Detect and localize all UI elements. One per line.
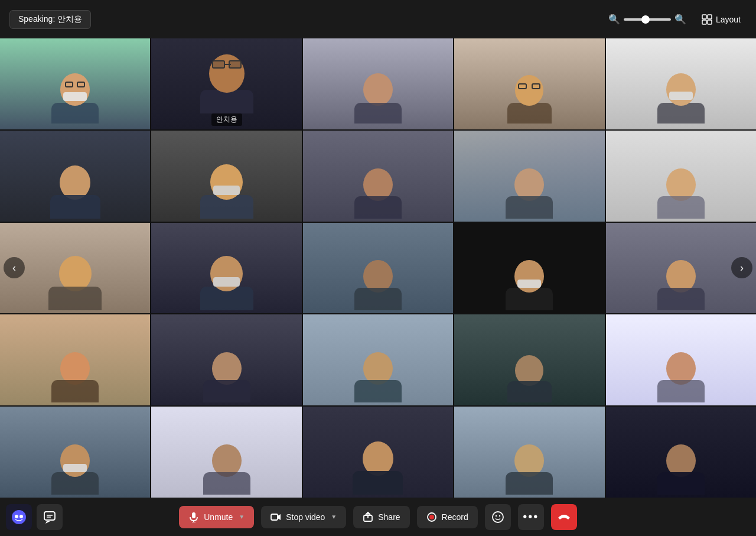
- chat-button[interactable]: [37, 504, 63, 530]
- chat-icon: [43, 511, 56, 524]
- more-dots: •••: [523, 510, 539, 524]
- video-cell-5: [0, 131, 150, 222]
- video-icon: [271, 512, 281, 522]
- record-icon: [426, 512, 437, 522]
- svg-rect-0: [702, 15, 706, 19]
- zoom-thumb: [641, 15, 650, 24]
- video-cell-12: [303, 223, 453, 314]
- video-cell-22: [303, 407, 453, 498]
- video-cell-15: [0, 314, 150, 405]
- video-cell-4: [606, 38, 756, 129]
- bottom-toolbar: Unmute ▼ Stop video ▼ Share Record: [0, 498, 756, 536]
- video-cell-10: ‹: [0, 223, 150, 314]
- participant-avatar-0: [0, 38, 150, 129]
- unmute-button[interactable]: Unmute ▼: [179, 506, 254, 528]
- svg-rect-1: [708, 15, 712, 19]
- stop-video-button[interactable]: Stop video ▼: [261, 506, 346, 528]
- svg-point-6: [19, 515, 23, 518]
- video-cell-18: [454, 314, 604, 405]
- next-page-arrow[interactable]: ›: [731, 257, 752, 278]
- video-cell-20: [0, 407, 150, 498]
- svg-point-16: [429, 515, 434, 519]
- end-call-button[interactable]: [551, 504, 577, 530]
- video-cell-17: [303, 314, 453, 405]
- video-cell-8: [454, 131, 604, 222]
- svg-rect-10: [192, 512, 195, 518]
- more-button[interactable]: •••: [518, 504, 544, 530]
- speaking-badge: Speaking: 안치용: [9, 10, 91, 29]
- share-button[interactable]: Share: [353, 506, 409, 528]
- stop-video-dropdown-arrow[interactable]: ▼: [331, 514, 337, 520]
- svg-point-18: [496, 515, 497, 516]
- video-cell-14: ›: [606, 223, 756, 314]
- svg-point-4: [12, 510, 26, 524]
- video-cell-1: 안치용: [151, 38, 301, 129]
- video-cell-2: [303, 38, 453, 129]
- stop-video-label: Stop video: [286, 512, 325, 522]
- top-bar: Speaking: 안치용 🔍 🔍 Stop video Layout: [0, 0, 756, 38]
- svg-point-17: [493, 512, 503, 522]
- video-cell-13: [454, 223, 604, 314]
- video-cell-11: [151, 223, 301, 314]
- video-cell-6: [151, 131, 301, 222]
- video-cell-19: [606, 314, 756, 405]
- top-right-controls: 🔍 🔍 Stop video Layout: [608, 11, 747, 28]
- video-cell-23: [454, 407, 604, 498]
- svg-rect-3: [708, 20, 712, 24]
- ai-companion-button[interactable]: [6, 504, 32, 530]
- svg-point-19: [499, 515, 500, 516]
- layout-button[interactable]: Stop video Layout: [696, 11, 747, 28]
- zoom-control[interactable]: 🔍 🔍: [608, 14, 686, 25]
- reaction-button[interactable]: [485, 504, 511, 530]
- record-button[interactable]: Record: [417, 506, 478, 528]
- svg-rect-2: [702, 20, 706, 24]
- record-label: Record: [442, 512, 468, 522]
- video-grid: 안치용: [0, 38, 756, 498]
- layout-text: Layout: [716, 15, 741, 24]
- video-cell-3: [454, 38, 604, 129]
- svg-point-5: [15, 515, 18, 518]
- prev-page-arrow[interactable]: ‹: [4, 257, 25, 278]
- share-icon: [363, 512, 373, 522]
- microphone-icon: [188, 512, 199, 522]
- ai-icon: [11, 509, 27, 525]
- bottom-left-icons: [6, 504, 63, 530]
- layout-icon: [702, 14, 712, 25]
- speaking-label: Speaking: 안치용: [18, 14, 82, 24]
- share-label: Share: [378, 512, 400, 522]
- unmute-dropdown-arrow[interactable]: ▼: [239, 514, 245, 520]
- unmute-label: Unmute: [204, 512, 233, 522]
- video-cell-16: [151, 314, 301, 405]
- reaction-icon: [491, 511, 504, 524]
- video-cell-7: [303, 131, 453, 222]
- video-cell-9: [606, 131, 756, 222]
- svg-rect-13: [271, 514, 278, 520]
- zoom-slider[interactable]: [624, 18, 671, 21]
- zoom-in-icon: 🔍: [674, 14, 686, 25]
- video-cell-21: [151, 407, 301, 498]
- zoom-out-icon: 🔍: [608, 14, 620, 25]
- end-call-icon: [558, 513, 571, 521]
- svg-rect-7: [44, 512, 55, 520]
- video-cell-24: [606, 407, 756, 498]
- video-cell-0: [0, 38, 150, 129]
